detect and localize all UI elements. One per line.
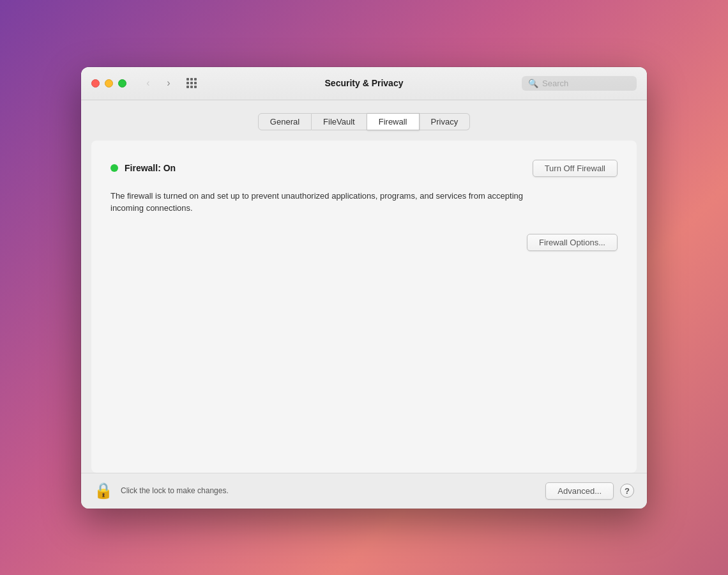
search-icon: 🔍: [528, 79, 538, 88]
nav-buttons: ‹ ›: [139, 74, 178, 92]
forward-button[interactable]: ›: [160, 74, 178, 92]
firewall-status-left: Firewall: On: [110, 163, 176, 173]
tab-general[interactable]: General: [258, 113, 312, 130]
tab-privacy[interactable]: Privacy: [420, 113, 471, 130]
window-title: Security & Privacy: [325, 78, 404, 88]
main-panel: Firewall: On Turn Off Firewall The firew…: [91, 141, 637, 473]
lock-icon: 🔒: [94, 483, 113, 498]
titlebar: ‹ › Security & Privacy 🔍 Search: [81, 67, 647, 100]
turn-off-firewall-button[interactable]: Turn Off Firewall: [533, 160, 618, 177]
firewall-status-row: Firewall: On Turn Off Firewall: [110, 160, 618, 177]
search-bar[interactable]: 🔍 Search: [522, 76, 637, 91]
traffic-lights: [91, 79, 126, 88]
lock-area[interactable]: 🔒 Click the lock to make changes.: [94, 483, 229, 498]
system-preferences-window: ‹ › Security & Privacy 🔍 Search General …: [81, 67, 647, 509]
bottom-right: Advanced... ?: [545, 482, 634, 500]
advanced-button[interactable]: Advanced...: [545, 482, 614, 500]
tab-firewall[interactable]: Firewall: [367, 113, 420, 130]
grid-view-button[interactable]: [183, 74, 201, 92]
search-placeholder: Search: [542, 79, 568, 88]
firewall-status-text: Firewall: On: [125, 163, 176, 173]
content-area: General FileVault Firewall Privacy Firew…: [81, 100, 647, 473]
lock-text: Click the lock to make changes.: [121, 486, 229, 495]
back-button[interactable]: ‹: [139, 74, 157, 92]
firewall-description: The firewall is turned on and set up to …: [110, 190, 545, 215]
tab-filevault[interactable]: FileVault: [312, 113, 367, 130]
close-button[interactable]: [91, 79, 100, 88]
firewall-options-button[interactable]: Firewall Options...: [527, 234, 618, 251]
firewall-options-row: Firewall Options...: [110, 234, 618, 251]
status-indicator-dot: [110, 164, 118, 172]
minimize-button[interactable]: [105, 79, 113, 88]
help-button[interactable]: ?: [620, 484, 634, 498]
grid-icon: [186, 78, 197, 88]
tabs-row: General FileVault Firewall Privacy: [81, 113, 647, 130]
bottom-bar: 🔒 Click the lock to make changes. Advanc…: [81, 473, 647, 509]
maximize-button[interactable]: [118, 79, 126, 88]
